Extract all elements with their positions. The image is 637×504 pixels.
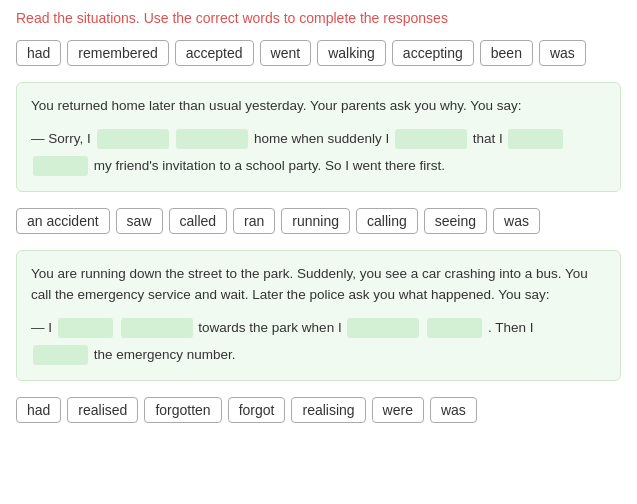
scenario-box-1: You returned home later than usual yeste…: [16, 82, 621, 192]
scenario-1-blank-1[interactable]: [97, 129, 169, 149]
word-bank-1: had remembered accepted went walking acc…: [0, 34, 637, 76]
word-chip-called[interactable]: called: [169, 208, 228, 234]
word-chip-went[interactable]: went: [260, 40, 312, 66]
word-chip-had[interactable]: had: [16, 40, 61, 66]
instruction-text: Read the situations. Use the correct wor…: [0, 0, 637, 34]
word-bank-2: an accident saw called ran running calli…: [0, 202, 637, 244]
scenario-1-intro: You returned home later than usual yeste…: [31, 95, 606, 117]
scenario-2-intro: You are running down the street to the p…: [31, 263, 606, 306]
word-chip-was2[interactable]: was: [493, 208, 540, 234]
scenario-2-line2-end: the emergency number.: [94, 347, 236, 362]
scenario-box-2: You are running down the street to the p…: [16, 250, 621, 381]
scenario-2-line1-end: . Then I: [488, 320, 534, 335]
scenario-1-blank-4[interactable]: [508, 129, 563, 149]
scenario-2-blank-1[interactable]: [58, 318, 113, 338]
word-chip-seeing[interactable]: seeing: [424, 208, 487, 234]
scenario-2-blank-3[interactable]: [347, 318, 419, 338]
scenario-1-line1-pre: — Sorry, I: [31, 131, 91, 146]
word-chip-an-accident[interactable]: an accident: [16, 208, 110, 234]
word-chip-realising[interactable]: realising: [291, 397, 365, 423]
word-chip-was[interactable]: was: [539, 40, 586, 66]
scenario-2-line1-mid: towards the park when I: [198, 320, 341, 335]
word-chip-accepted[interactable]: accepted: [175, 40, 254, 66]
word-chip-walking[interactable]: walking: [317, 40, 386, 66]
scenario-1-blank-3[interactable]: [395, 129, 467, 149]
scenario-1-blank-5[interactable]: [33, 156, 88, 176]
word-chip-been[interactable]: been: [480, 40, 533, 66]
word-chip-had3[interactable]: had: [16, 397, 61, 423]
scenario-1-blank-2[interactable]: [176, 129, 248, 149]
word-chip-saw[interactable]: saw: [116, 208, 163, 234]
word-chip-remembered[interactable]: remembered: [67, 40, 168, 66]
word-chip-realised[interactable]: realised: [67, 397, 138, 423]
word-chip-forgot[interactable]: forgot: [228, 397, 286, 423]
word-chip-accepting[interactable]: accepting: [392, 40, 474, 66]
scenario-2-blank-4[interactable]: [427, 318, 482, 338]
scenario-2-blank-5[interactable]: [33, 345, 88, 365]
scenario-1-line1-mid: home when suddenly I: [254, 131, 389, 146]
word-chip-running[interactable]: running: [281, 208, 350, 234]
word-chip-was3[interactable]: was: [430, 397, 477, 423]
word-chip-were[interactable]: were: [372, 397, 424, 423]
word-chip-ran[interactable]: ran: [233, 208, 275, 234]
scenario-1-line1-end: that I: [473, 131, 503, 146]
word-chip-forgotten[interactable]: forgotten: [144, 397, 221, 423]
word-chip-calling[interactable]: calling: [356, 208, 418, 234]
scenario-2-blank-2[interactable]: [121, 318, 193, 338]
word-bank-3: had realised forgotten forgot realising …: [0, 391, 637, 433]
scenario-1-line2-end: my friend's invitation to a school party…: [94, 158, 445, 173]
scenario-2-line1-pre: — I: [31, 320, 52, 335]
